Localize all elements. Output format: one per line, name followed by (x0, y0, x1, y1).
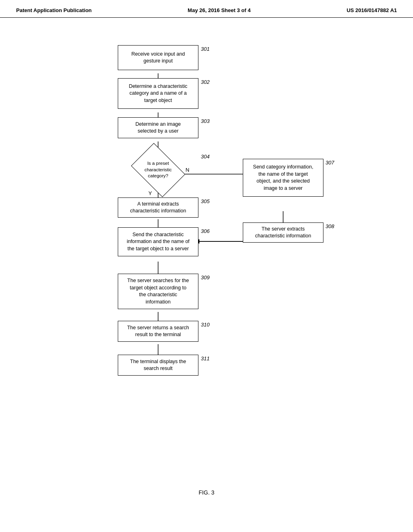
label-310: 310 (201, 322, 210, 328)
svg-text:N: N (186, 167, 189, 173)
label-302: 302 (201, 79, 210, 85)
label-305: 305 (201, 198, 210, 204)
label-303: 303 (201, 118, 210, 124)
node-301: Receive voice input and gesture input (118, 45, 198, 70)
flowchart: Y N Receive voice input and gesture inpu… (65, 34, 348, 477)
label-308: 308 (325, 223, 334, 229)
label-304: 304 (201, 154, 210, 160)
node-309: The server searches for the target objec… (118, 274, 198, 309)
figure-caption: FIG. 3 (199, 489, 215, 496)
arrows-svg: Y N (65, 34, 348, 477)
node-302: Determine a characteristic category and … (118, 78, 198, 109)
header-right: US 2016/0147882 A1 (346, 7, 397, 13)
label-301: 301 (201, 46, 210, 52)
header-left: Patent Application Publication (16, 7, 92, 13)
header-middle: May 26, 2016 Sheet 3 of 4 (188, 7, 250, 13)
label-311: 311 (201, 355, 210, 362)
node-303: Determine an image selected by a user (118, 117, 198, 138)
node-310: The server returns a search result to th… (118, 321, 198, 342)
node-311: The terminal displays the search result (118, 355, 198, 376)
node-304: Is a preset characteristic category? (132, 153, 184, 187)
diagram-area: Y N Receive voice input and gesture inpu… (0, 18, 413, 504)
page-header: Patent Application Publication May 26, 2… (0, 0, 413, 18)
node-305: A terminal extracts characteristic infor… (118, 197, 198, 218)
label-307: 307 (325, 160, 334, 166)
label-309: 309 (201, 274, 210, 281)
node-307: Send category information, the name of t… (243, 159, 323, 197)
node-308: The server extracts characteristic infor… (243, 222, 323, 243)
svg-text:Y: Y (148, 190, 152, 196)
node-306: Send the characteristic information and … (118, 227, 198, 256)
label-306: 306 (201, 228, 210, 234)
